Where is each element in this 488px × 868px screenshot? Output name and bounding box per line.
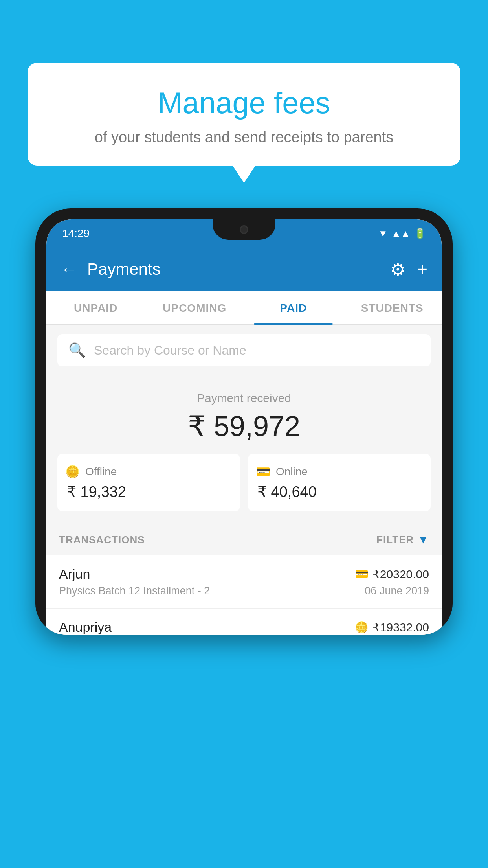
transaction-amount-2: ₹19332.00 [372,620,429,634]
signal-icon: ▲▲ [391,228,410,239]
transaction-amount-wrap-2: 🪙 ₹19332.00 [355,620,429,634]
search-container: 🔍 Search by Course or Name [46,325,442,376]
transaction-main-1: Arjun 💳 ₹20320.00 [59,566,429,582]
status-bar: 14:29 ▼ ▲▲ 🔋 [46,219,442,248]
battery-icon: 🔋 [414,228,426,239]
transaction-course-1: Physics Batch 12 Installment - 2 [59,585,210,597]
app-bar-actions: ⚙ + [390,259,427,280]
filter-button[interactable]: FILTER ▼ [376,533,429,546]
transaction-row[interactable]: Arjun 💳 ₹20320.00 Physics Batch 12 Insta… [46,555,442,609]
tab-upcoming[interactable]: UPCOMING [145,291,244,324]
offline-payment-card: 🪙 Offline ₹ 19,332 [57,454,240,511]
search-input[interactable]: Search by Course or Name [94,343,246,358]
payment-type-icon-2: 🪙 [355,621,369,634]
wifi-icon: ▼ [378,228,388,239]
transaction-row-partial[interactable]: Anupriya 🪙 ₹19332.00 [46,609,442,635]
back-button[interactable]: ← [61,259,78,279]
camera-dot [240,225,248,234]
online-amount: ₹ 40,640 [256,483,317,500]
offline-label: Offline [85,465,117,478]
transaction-main-2: Anupriya 🪙 ₹19332.00 [59,620,429,635]
transaction-amount-1: ₹20320.00 [372,567,429,581]
transaction-amount-wrap-1: 💳 ₹20320.00 [355,567,429,581]
payment-type-icon-1: 💳 [355,568,369,581]
add-icon[interactable]: + [417,259,427,279]
status-icons: ▼ ▲▲ 🔋 [378,228,426,239]
speech-bubble: Manage fees of your students and send re… [28,63,460,166]
offline-amount: ₹ 19,332 [65,483,126,500]
status-time: 14:29 [62,227,90,240]
bubble-title: Manage fees [43,86,445,120]
payment-received-label: Payment received [57,392,431,405]
total-payment-amount: ₹ 59,972 [57,410,431,443]
filter-icon: ▼ [418,533,429,546]
tabs-bar: UNPAID UPCOMING PAID STUDENTS [46,291,442,325]
online-icon: 💳 [256,465,270,478]
transaction-date-1: 06 June 2019 [365,585,429,597]
phone-wrapper: 14:29 ▼ ▲▲ 🔋 ← Payments ⚙ + [35,208,453,868]
tab-students[interactable]: STUDENTS [343,291,442,324]
settings-icon[interactable]: ⚙ [390,259,405,280]
notch [213,219,275,240]
payment-cards: 🪙 Offline ₹ 19,332 💳 Online ₹ 40,640 [57,454,431,511]
transaction-name-2: Anupriya [59,620,112,635]
transactions-header: TRANSACTIONS FILTER ▼ [46,524,442,555]
offline-icon: 🪙 [65,465,80,478]
transactions-label: TRANSACTIONS [59,534,145,546]
search-icon: 🔍 [68,342,86,359]
app-bar: ← Payments ⚙ + [46,248,442,291]
app-bar-title: Payments [87,260,390,279]
tab-unpaid[interactable]: UNPAID [46,291,145,324]
search-bar[interactable]: 🔍 Search by Course or Name [57,334,431,366]
transaction-name-1: Arjun [59,566,90,582]
transaction-sub-1: Physics Batch 12 Installment - 2 06 June… [59,585,429,597]
tab-paid[interactable]: PAID [244,291,343,324]
online-card-header: 💳 Online [256,465,308,478]
filter-label: FILTER [376,534,414,546]
phone-screen: 14:29 ▼ ▲▲ 🔋 ← Payments ⚙ + [46,219,442,635]
phone-frame: 14:29 ▼ ▲▲ 🔋 ← Payments ⚙ + [35,208,453,635]
speech-bubble-container: Manage fees of your students and send re… [28,63,460,166]
offline-card-header: 🪙 Offline [65,465,117,478]
payment-summary: Payment received ₹ 59,972 🪙 Offline ₹ 19… [46,376,442,524]
bubble-subtitle: of your students and send receipts to pa… [43,129,445,146]
online-payment-card: 💳 Online ₹ 40,640 [248,454,431,511]
online-label: Online [276,465,308,478]
